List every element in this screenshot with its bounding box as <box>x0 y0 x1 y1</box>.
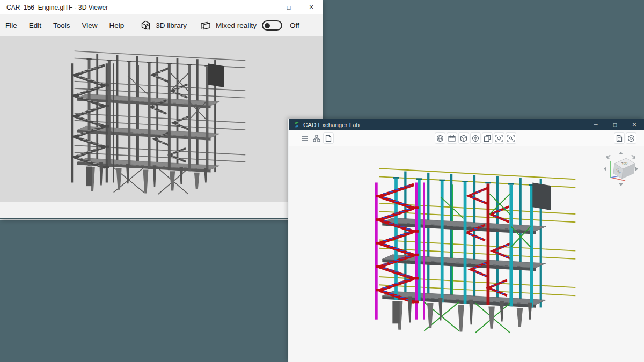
shaded-view-icon[interactable] <box>435 132 445 144</box>
menu-edit[interactable]: Edit <box>23 14 47 36</box>
menu-view[interactable]: View <box>76 14 104 36</box>
shaded-edges-icon[interactable] <box>470 132 481 144</box>
mixed-reality-group: Mixed reality Off <box>200 14 299 36</box>
menu-separator <box>194 20 194 32</box>
maximize-button[interactable]: □ <box>605 119 625 130</box>
maximize-button[interactable]: □ <box>277 0 300 14</box>
menu-help[interactable]: Help <box>104 14 130 36</box>
toolbar-left-group <box>299 132 334 144</box>
viewer-titlebar[interactable]: CAR_156_Engine.glTF - 3D Viewer ─ □ ✕ <box>0 0 323 14</box>
mixed-reality-icon <box>200 21 211 30</box>
viewer-window-controls: ─ □ ✕ <box>255 0 323 14</box>
background-window-edge <box>0 219 288 362</box>
mixed-reality-label: Mixed reality <box>216 21 257 29</box>
desktop: CAR_156_Engine.glTF - 3D Viewer ─ □ ✕ Fi… <box>0 0 644 362</box>
copy-view-icon[interactable] <box>482 132 493 144</box>
navigation-cube[interactable]: Top Left <box>602 150 640 188</box>
menu-file[interactable]: File <box>0 14 23 36</box>
viewer-window-title: CAR_156_Engine.glTF - 3D Viewer <box>0 4 255 11</box>
viewer-bottombar <box>0 202 323 218</box>
fit-all-icon[interactable] <box>494 132 504 144</box>
minimize-button[interactable]: ─ <box>255 0 277 14</box>
menu-3d-library[interactable]: 3D library <box>141 14 187 36</box>
nav-arrow-right[interactable] <box>635 167 638 171</box>
gray-structure-model[interactable] <box>60 48 249 200</box>
colored-structure-model[interactable] <box>364 165 579 339</box>
nav-arrow-down[interactable] <box>619 183 623 186</box>
cad-exchanger-window: CAD Exchanger Lab ─ □ ✕ <box>288 119 644 362</box>
cad-window-title: CAD Exchanger Lab <box>300 122 586 128</box>
cad-3d-viewport[interactable]: Top Left <box>289 146 644 362</box>
close-button[interactable]: ✕ <box>625 119 644 130</box>
menu-tools[interactable]: Tools <box>47 14 76 36</box>
cad-titlebar[interactable]: CAD Exchanger Lab ─ □ ✕ <box>289 119 644 130</box>
scene-tree-icon[interactable] <box>311 132 322 144</box>
close-button[interactable]: ✕ <box>300 0 323 14</box>
animation-icon[interactable] <box>447 132 457 144</box>
nav-arrow-upright[interactable] <box>632 155 635 158</box>
cad-window-controls: ─ □ ✕ <box>586 119 644 130</box>
cad-toolbar <box>289 130 644 146</box>
viewer-window: CAR_156_Engine.glTF - 3D Viewer ─ □ ✕ Fi… <box>0 0 323 219</box>
nav-arrow-upleft[interactable] <box>607 155 610 158</box>
main-menu-icon[interactable] <box>299 132 310 144</box>
toolbar-right-group <box>614 132 636 144</box>
nav-arrow-up[interactable] <box>619 152 623 154</box>
toolbar-center-group <box>435 132 516 144</box>
about-icon[interactable] <box>626 132 636 144</box>
cad-exchanger-logo-icon <box>293 121 300 128</box>
cube-library-icon <box>141 20 151 31</box>
viewer-3d-viewport[interactable] <box>0 36 323 202</box>
report-icon[interactable] <box>614 132 625 144</box>
mixed-reality-state: Off <box>290 21 299 29</box>
viewer-menubar: File Edit Tools View Help 3D library <box>0 14 323 36</box>
mixed-reality-toggle[interactable] <box>262 20 282 31</box>
menu-3d-library-label: 3D library <box>156 21 187 29</box>
solid-box-icon[interactable] <box>458 132 469 144</box>
new-document-icon[interactable] <box>323 132 334 144</box>
minimize-button[interactable]: ─ <box>586 119 605 130</box>
nav-arrow-left[interactable] <box>604 167 606 171</box>
zoom-selection-icon[interactable] <box>506 132 516 144</box>
toggle-knob <box>265 23 270 28</box>
